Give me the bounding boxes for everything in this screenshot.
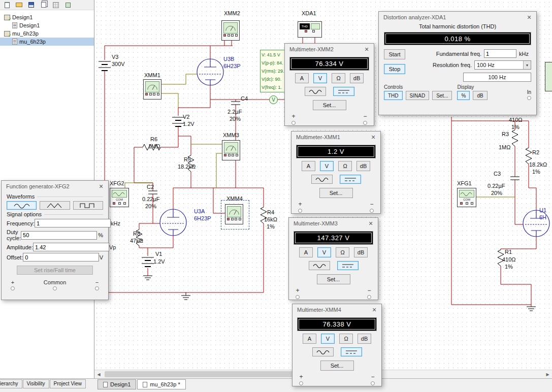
mode-button-a[interactable]: A (303, 334, 316, 344)
mode-button-v[interactable]: V (320, 161, 334, 171)
set-button[interactable]: Set... (320, 361, 354, 371)
multimeter-display: 76.334 V (289, 57, 369, 71)
open-folder-icon[interactable] (14, 1, 24, 9)
sheet-tab-mu-6h23p[interactable]: mu_6h23p * (137, 379, 185, 389)
mode-button-a[interactable]: A (302, 161, 315, 171)
plus-terminal[interactable] (298, 209, 302, 213)
analyzer-set-button[interactable]: Set... (432, 91, 452, 100)
mode-button-[interactable]: Ω (339, 334, 353, 344)
thd-button[interactable]: THD (384, 91, 403, 100)
percent-button[interactable]: % (457, 91, 470, 100)
ac-mode-button[interactable] (309, 261, 330, 270)
ac-mode-button[interactable] (311, 175, 333, 184)
common-terminal[interactable] (53, 286, 57, 290)
triangle-waveform-button[interactable] (40, 201, 70, 210)
ac-mode-button[interactable] (312, 347, 334, 356)
dc-mode-button[interactable] (341, 347, 362, 356)
dc-mode-button[interactable] (337, 261, 359, 270)
minus-terminal[interactable] (95, 286, 99, 290)
mode-button-a[interactable]: A (295, 73, 309, 83)
set-button[interactable]: Set... (319, 188, 353, 198)
mode-button-a[interactable]: A (299, 247, 313, 257)
panel-tab-visibility[interactable]: Visibility (23, 379, 49, 388)
minus-terminal[interactable] (367, 295, 371, 299)
square-waveform-button[interactable] (73, 201, 103, 210)
xmm3-instrument-icon[interactable] (222, 140, 240, 160)
xmm1-instrument-icon[interactable] (143, 79, 161, 100)
signal-option-input-offset[interactable] (23, 253, 99, 262)
save-icon[interactable] (26, 1, 36, 9)
mode-button-[interactable]: Ω (338, 161, 352, 171)
sinad-button[interactable]: SINAD (406, 91, 430, 100)
set-button[interactable]: Set... (317, 274, 350, 284)
ac-mode-button[interactable] (305, 87, 326, 96)
xfg2-instrument-icon[interactable]: COM (110, 188, 129, 207)
resolution-readout: 100 Hz (463, 73, 531, 82)
plus-terminal[interactable] (11, 286, 15, 290)
signal-option-input-frequency[interactable] (35, 219, 111, 227)
mode-button-db[interactable]: dB (358, 334, 371, 344)
tree-item-design1[interactable]: Design1 (0, 21, 94, 29)
close-icon[interactable]: × (368, 133, 379, 142)
tree-item-mu-6h23p[interactable]: mu_6h23p (0, 38, 94, 46)
fundamental-freq-input[interactable] (484, 49, 516, 58)
plus-terminal[interactable] (299, 381, 303, 385)
set-button[interactable]: Set... (313, 100, 346, 110)
close-icon[interactable]: × (361, 45, 372, 54)
partial-instrument-icon[interactable] (545, 62, 552, 91)
mode-button-v[interactable]: V (313, 73, 327, 83)
scroll-left-icon[interactable]: ◀ (94, 370, 103, 378)
close-icon[interactable]: × (95, 182, 107, 191)
mode-button-v[interactable]: V (317, 247, 331, 257)
dc-mode-button[interactable] (333, 87, 354, 96)
window-titlebar[interactable]: Multimeter-XMM2× (285, 44, 374, 55)
multimeter-display: 76.338 V (297, 317, 377, 331)
resolution-freq-select[interactable]: 100 Hz ▾ (474, 60, 531, 70)
close-icon[interactable]: × (524, 13, 535, 22)
mode-button-db[interactable]: dB (354, 247, 368, 257)
xfg1-instrument-icon[interactable]: COM (457, 188, 476, 207)
component-box-icon[interactable] (63, 1, 73, 9)
xda1-instrument-icon[interactable]: THD (298, 21, 322, 38)
copy-sheet-icon[interactable] (39, 1, 48, 9)
dc-mode-button[interactable] (340, 175, 361, 184)
mode-button-v[interactable]: V (321, 334, 335, 344)
xmm4-instrument-icon[interactable] (225, 204, 243, 224)
in-terminal[interactable] (527, 96, 531, 100)
close-icon[interactable]: × (369, 305, 380, 314)
window-titlebar[interactable]: Function generator-XFG2 × (2, 181, 108, 192)
tree-item-design1[interactable]: Design1 (0, 13, 94, 21)
mode-button-db[interactable]: dB (356, 161, 370, 171)
stop-button[interactable]: Stop (384, 64, 405, 74)
window-titlebar[interactable]: Multimeter-XMM1× (291, 132, 380, 143)
thd-value: 0.018 % (444, 35, 470, 43)
mode-button-[interactable]: Ω (336, 247, 349, 257)
window-titlebar[interactable]: Multimeter-XMM4× (293, 304, 381, 315)
window-titlebar[interactable]: Distortion analyzer-XDA1 × (379, 12, 536, 23)
sine-waveform-button[interactable] (7, 201, 37, 210)
minus-terminal[interactable] (363, 121, 367, 125)
set-rise-fall-button[interactable]: Set rise/Fall time (17, 266, 93, 275)
mode-button-db[interactable]: dB (350, 73, 364, 83)
db-button[interactable]: dB (473, 91, 487, 100)
sheet-tab-design1[interactable]: Design1 (98, 379, 136, 389)
grid-toggle-icon[interactable] (51, 1, 60, 9)
minus-terminal[interactable] (371, 381, 375, 385)
scroll-right-icon[interactable]: ▶ (543, 370, 552, 378)
start-button[interactable]: Start (384, 49, 405, 59)
signal-option-label-duty-cycle: Duty cycle: (7, 229, 21, 241)
voltage-probe[interactable]: V (269, 95, 278, 104)
minus-terminal[interactable] (370, 209, 374, 213)
signal-option-input-amplitude[interactable] (33, 243, 109, 251)
tree-item-mu-6h23p[interactable]: mu_6h23p (0, 29, 94, 38)
panel-tab-ierarchy[interactable]: ierarchy (0, 379, 22, 388)
panel-tab-project-view[interactable]: Project View (50, 379, 86, 388)
signal-option-input-duty-cycle[interactable] (21, 231, 97, 240)
new-file-icon[interactable] (2, 1, 12, 9)
plus-terminal[interactable] (296, 295, 300, 299)
xmm2-instrument-icon[interactable] (221, 20, 240, 41)
window-titlebar[interactable]: Multimeter-XMM3× (289, 218, 378, 229)
plus-terminal[interactable] (291, 121, 296, 125)
mode-button-[interactable]: Ω (332, 73, 345, 83)
close-icon[interactable]: × (365, 219, 376, 228)
